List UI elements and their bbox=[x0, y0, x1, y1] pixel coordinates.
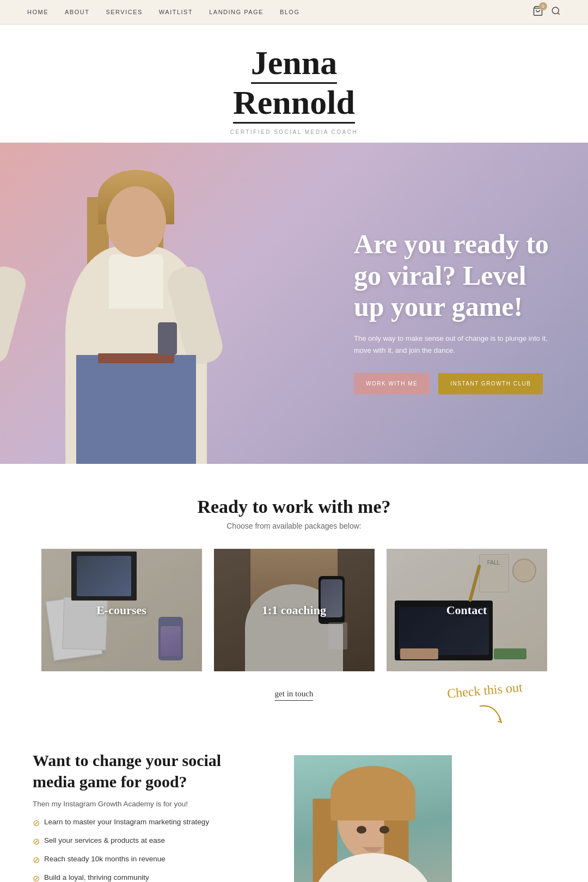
coaching-label: 1:1 coaching bbox=[262, 603, 326, 617]
checklist-item-3: ⊘ Reach steady 10k months in revenue bbox=[33, 854, 261, 867]
nav-blog[interactable]: BLOG bbox=[280, 9, 300, 15]
name-line1: Jenna bbox=[251, 44, 337, 84]
bottom-section: Want to change your social media game fo… bbox=[0, 722, 588, 882]
packages-subtitle: Choose from available packages below: bbox=[33, 522, 555, 530]
hero-title: Are you ready to go viral? Level up your… bbox=[354, 229, 561, 323]
hero-content: Are you ready to go viral? Level up your… bbox=[354, 229, 561, 395]
nav-home[interactable]: HOME bbox=[27, 9, 48, 15]
checklist-item-2: ⊘ Sell your services & products at ease bbox=[33, 835, 261, 848]
coaching-card[interactable]: 1:1 coaching bbox=[214, 549, 375, 671]
check-icon-2: ⊘ bbox=[33, 835, 40, 848]
check-icon-3: ⊘ bbox=[33, 854, 40, 867]
bottom-text-col: Want to change your social media game fo… bbox=[33, 750, 261, 882]
hero-woman-figure bbox=[38, 159, 234, 464]
cart-button[interactable]: 0 bbox=[532, 5, 543, 19]
work-with-me-button[interactable]: WORK WITH ME bbox=[354, 373, 430, 394]
contact-card[interactable]: FALL Contact bbox=[387, 549, 547, 671]
checklist-item-4: ⊘ Build a loyal, thriving community bbox=[33, 872, 261, 882]
check-icon-1: ⊘ bbox=[33, 817, 40, 830]
get-in-touch-link[interactable]: get in touch bbox=[275, 689, 314, 701]
hero-subtitle: The only way to make sense out of change… bbox=[354, 333, 561, 357]
contact-label: Contact bbox=[446, 603, 487, 617]
packages-grid: E-courses 1:1 coaching bbox=[33, 549, 555, 671]
hero-section: Are you ready to go viral? Level up your… bbox=[0, 143, 588, 464]
navigation: HOME ABOUT SERVICES WAITLIST LANDING PAG… bbox=[0, 0, 588, 24]
nav-links: HOME ABOUT SERVICES WAITLIST LANDING PAG… bbox=[27, 9, 299, 15]
nav-services[interactable]: SERVICES bbox=[106, 9, 142, 15]
ecourses-overlay: E-courses bbox=[41, 549, 202, 671]
ecourses-card[interactable]: E-courses bbox=[41, 549, 202, 671]
search-button[interactable] bbox=[551, 6, 561, 18]
site-header: Jenna Rennold CERTIFIED SOCIAL MEDIA COA… bbox=[0, 24, 588, 143]
packages-section: Ready to work with me? Choose from avail… bbox=[0, 464, 588, 712]
contact-overlay: Contact bbox=[387, 549, 547, 671]
nav-icons: 0 bbox=[532, 5, 561, 19]
site-name: Jenna Rennold bbox=[11, 44, 577, 124]
ecourses-label: E-courses bbox=[96, 603, 146, 617]
hero-buttons: WORK WITH ME INSTANT GROWTH CLUB bbox=[354, 373, 561, 394]
checklist: ⊘ Learn to master your Instagram marketi… bbox=[33, 817, 261, 882]
nav-landing[interactable]: LANDING PAGE bbox=[209, 9, 264, 15]
instant-growth-button[interactable]: INSTANT GROWTH CLUB bbox=[438, 373, 543, 394]
nav-about[interactable]: ABOUT bbox=[65, 9, 89, 15]
arrow-icon bbox=[474, 701, 507, 728]
check-this-out-text: Check this out bbox=[446, 680, 523, 701]
svg-line-2 bbox=[558, 13, 559, 14]
svg-point-1 bbox=[552, 7, 559, 14]
coaching-overlay: 1:1 coaching bbox=[214, 549, 375, 671]
name-line2: Rennold bbox=[233, 84, 355, 124]
check-icon-4: ⊘ bbox=[33, 872, 40, 882]
checklist-item-1: ⊘ Learn to master your Instagram marketi… bbox=[33, 817, 261, 830]
nav-waitlist[interactable]: WAITLIST bbox=[159, 9, 193, 15]
cart-badge: 0 bbox=[539, 2, 547, 10]
search-icon bbox=[551, 6, 561, 16]
bottom-image-col bbox=[294, 755, 479, 882]
bottom-title: Want to change your social media game fo… bbox=[33, 750, 261, 792]
photo-main bbox=[294, 755, 452, 882]
packages-title: Ready to work with me? bbox=[33, 497, 555, 517]
check-this-out-wrap: Check this out bbox=[447, 683, 523, 730]
header-subtitle: CERTIFIED SOCIAL MEDIA COACH bbox=[11, 129, 577, 135]
bottom-desc: Then my Instagram Growth Academy is for … bbox=[33, 800, 261, 808]
